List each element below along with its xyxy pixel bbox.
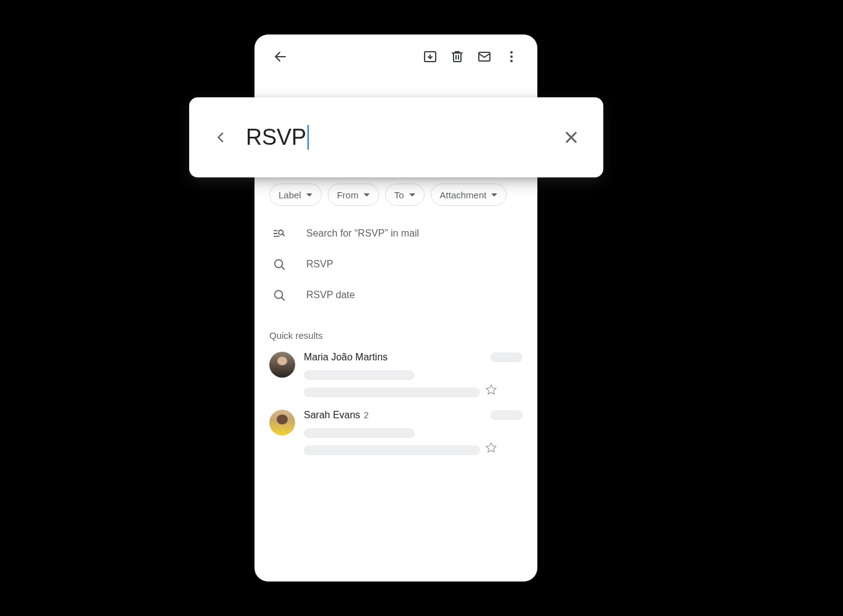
suggestion-text: RSVP <box>306 259 333 270</box>
thread-count: 2 <box>364 410 369 420</box>
clear-search-button[interactable] <box>559 125 584 150</box>
avatar <box>269 352 295 378</box>
filter-chips-row: Label From To Attachment <box>255 184 537 206</box>
suggestion-row[interactable]: RSVP <box>255 249 537 280</box>
manage-search-icon <box>272 226 287 241</box>
search-bar: RSVP <box>189 97 603 177</box>
delete-icon[interactable] <box>444 43 471 70</box>
phone-toolbar <box>255 34 537 79</box>
filter-chip-to[interactable]: To <box>385 184 425 206</box>
chip-text: Label <box>279 190 301 200</box>
suggestion-text: Search for “RSVP” in mail <box>306 228 419 239</box>
search-query-text: RSVP <box>246 124 306 150</box>
result-body: Maria João Martins <box>304 352 523 397</box>
star-icon[interactable] <box>485 442 497 454</box>
date-placeholder <box>491 410 523 420</box>
filter-chip-attachment[interactable]: Attachment <box>431 184 507 206</box>
suggestions-list: Search for “RSVP” in mail RSVP RSVP date <box>255 206 537 323</box>
chevron-down-icon <box>306 193 312 197</box>
chevron-down-icon <box>491 193 497 197</box>
sender-name: Maria João Martins <box>304 352 388 363</box>
chevron-down-icon <box>409 193 415 197</box>
chip-text: Attachment <box>440 190 487 200</box>
result-body: Sarah Evans 2 <box>304 410 523 455</box>
date-placeholder <box>491 352 523 362</box>
avatar <box>269 410 295 436</box>
text-cursor <box>307 125 309 150</box>
snippet-placeholder <box>304 445 480 455</box>
mail-icon[interactable] <box>471 43 498 70</box>
search-icon <box>272 288 287 302</box>
result-row[interactable]: Sarah Evans 2 <box>255 403 537 461</box>
snippet-placeholder <box>304 387 480 397</box>
back-arrow-icon[interactable] <box>267 43 294 70</box>
sender-name: Sarah Evans <box>304 410 360 421</box>
chip-text: From <box>337 190 359 200</box>
subject-placeholder <box>304 428 415 438</box>
subject-placeholder <box>304 370 415 380</box>
chip-text: To <box>394 190 404 200</box>
search-back-button[interactable] <box>209 125 234 150</box>
search-in-mail-row[interactable]: Search for “RSVP” in mail <box>255 218 537 249</box>
suggestion-text: RSVP date <box>306 290 355 301</box>
filter-chip-label[interactable]: Label <box>269 184 322 206</box>
search-icon <box>272 257 287 272</box>
quick-results-header: Quick results <box>255 323 537 346</box>
filter-chip-from[interactable]: From <box>328 184 379 206</box>
more-vert-icon[interactable] <box>498 43 525 70</box>
star-icon[interactable] <box>485 384 497 396</box>
chevron-down-icon <box>364 193 370 197</box>
suggestion-row[interactable]: RSVP date <box>255 280 537 310</box>
result-row[interactable]: Maria João Martins <box>255 346 537 403</box>
search-input[interactable]: RSVP <box>246 124 559 150</box>
archive-icon[interactable] <box>417 43 444 70</box>
